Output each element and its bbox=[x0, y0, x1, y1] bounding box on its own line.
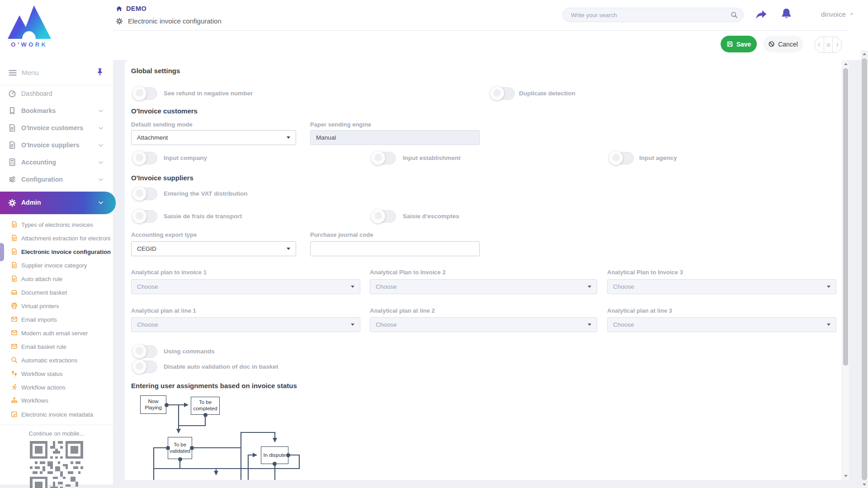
admin-item-types[interactable]: Types of electronic invoices bbox=[0, 218, 113, 231]
admin-item-label: Attachment extraction for electroni bbox=[21, 235, 112, 242]
file-invoice-icon bbox=[11, 262, 18, 268]
logo[interactable]: O'WORK bbox=[5, 4, 53, 48]
field-label: Analytical Plan to Invoice 3 bbox=[607, 269, 683, 276]
cancel-button-label: Cancel bbox=[778, 41, 798, 48]
sidebar-item-configuration[interactable]: Configuration bbox=[0, 171, 113, 188]
sidebar-item-label: O'Invoice customers bbox=[21, 124, 83, 131]
admin-item-workflow-status[interactable]: Workflow status bbox=[0, 367, 113, 380]
notifications-bell-icon[interactable] bbox=[780, 8, 793, 20]
scroll-up-icon[interactable] bbox=[844, 63, 848, 65]
search-input[interactable] bbox=[563, 8, 743, 22]
admin-item-modern-auth-email-server[interactable]: Modern auth email server bbox=[0, 326, 113, 340]
save-button-label: Save bbox=[736, 41, 751, 48]
workflow-connectors bbox=[131, 394, 728, 480]
sidebar-item-label: Configuration bbox=[21, 176, 63, 183]
toggle-vat-distribution[interactable] bbox=[133, 188, 157, 200]
paper-sending-engine-input[interactable] bbox=[310, 130, 480, 145]
default-sending-mode-select[interactable]: Attachment bbox=[131, 130, 296, 145]
analytical-plan-line-3-select[interactable]: Choose bbox=[607, 317, 836, 332]
file-invoice-icon bbox=[8, 124, 16, 132]
field-label: Analytical plan at line 2 bbox=[370, 307, 435, 314]
toggle-input-company[interactable] bbox=[133, 152, 157, 164]
toggle-label: Input company bbox=[164, 152, 207, 164]
share-icon[interactable] bbox=[755, 9, 767, 21]
hamburger-icon[interactable] bbox=[8, 68, 17, 77]
toggle-input-agency[interactable] bbox=[609, 152, 634, 164]
menu-header: Menu bbox=[0, 62, 113, 84]
sidebar-item-admin[interactable]: Admin bbox=[0, 192, 116, 214]
pager-list-icon[interactable] bbox=[824, 37, 833, 52]
toggle-escompte[interactable] bbox=[372, 210, 396, 223]
toggle-disable-autovalidation[interactable] bbox=[133, 361, 157, 373]
sidebar-item-dashboard[interactable]: Dashboard bbox=[0, 85, 113, 103]
toggle-label: Saisie d'escomptes bbox=[403, 210, 459, 223]
admin-item-electronic-invoice-configuration[interactable]: Electronic invoice configuration bbox=[0, 245, 113, 258]
sidebar-item-bookmarks[interactable]: Bookmarks bbox=[0, 103, 113, 120]
toggle-using-commands[interactable] bbox=[133, 345, 157, 358]
admin-item-email-basket-rule[interactable]: Email basket rule bbox=[0, 340, 113, 353]
admin-item-electronic-invoice-metadata[interactable]: Electronic invoice metadata bbox=[0, 408, 113, 421]
toggle-input-establishment[interactable] bbox=[372, 152, 396, 164]
scroll-down-icon[interactable] bbox=[844, 475, 848, 477]
brand-wordmark: O'WORK bbox=[5, 41, 53, 48]
analytical-plan-invoice-3-select[interactable]: Choose bbox=[607, 279, 836, 294]
user-menu[interactable]: dinvoice bbox=[809, 9, 854, 19]
gear-icon bbox=[8, 199, 16, 207]
admin-item-document-basket[interactable]: Document basket bbox=[0, 286, 113, 299]
sidebar-item-oinvoice-customers[interactable]: O'Invoice customers bbox=[0, 120, 113, 137]
sidebar-item-oinvoice-suppliers[interactable]: O'Invoice suppliers bbox=[0, 137, 113, 154]
qr-code bbox=[30, 441, 83, 488]
gear-icon bbox=[116, 18, 123, 25]
caret-down-icon bbox=[849, 11, 854, 17]
admin-item-automatic-extractions[interactable]: Automatic extractions bbox=[0, 353, 113, 367]
admin-item-virtual-printers[interactable]: Virtual printers bbox=[0, 299, 113, 313]
pager-prev-icon[interactable] bbox=[815, 37, 824, 52]
admin-item-supplier-invoice-category[interactable]: Supplier invoice category bbox=[0, 258, 113, 272]
page-title: Electronic invoice configuration bbox=[128, 17, 222, 25]
search-icon[interactable] bbox=[731, 11, 738, 19]
content-scrollbar[interactable] bbox=[842, 60, 849, 480]
chevron-down-icon bbox=[98, 160, 104, 166]
admin-item-workflows[interactable]: Workflows bbox=[0, 394, 113, 407]
envelope-icon bbox=[11, 329, 18, 336]
sidebar-item-label: Dashboard bbox=[21, 90, 52, 97]
inbox-icon bbox=[11, 289, 18, 296]
purchase-journal-code-input[interactable] bbox=[310, 241, 480, 256]
toggle-transport-fees[interactable] bbox=[133, 210, 157, 223]
printer-icon bbox=[11, 302, 18, 309]
admin-item-auto-attach-rule[interactable]: Auto attach rule bbox=[0, 272, 113, 286]
sliders-icon bbox=[8, 175, 16, 183]
admin-item-workflow-actions[interactable]: Workflow actions bbox=[0, 380, 113, 394]
analytical-plan-line-2-select[interactable]: Choose bbox=[370, 317, 597, 332]
home-icon bbox=[116, 5, 123, 12]
pager-next-icon[interactable] bbox=[833, 37, 841, 52]
section-title-workflow: Entering user assignments based on invoi… bbox=[131, 382, 297, 389]
chevron-down-icon bbox=[98, 125, 104, 131]
breadcrumb[interactable]: DEMO bbox=[116, 5, 146, 12]
scrollbar-thumb[interactable] bbox=[843, 68, 848, 366]
workflow-box-to-be-completed: To be completed bbox=[191, 397, 220, 415]
analytical-plan-invoice-2-select[interactable]: Choose bbox=[370, 279, 597, 294]
cancel-button[interactable]: Cancel bbox=[763, 36, 803, 52]
toggle-duplicate-detection[interactable] bbox=[491, 87, 515, 100]
scroll-up-icon[interactable] bbox=[863, 53, 866, 55]
field-label: Analytical Plan to Invoice 2 bbox=[370, 269, 446, 276]
gauge-icon bbox=[8, 89, 16, 98]
admin-item-label: Auto attach rule bbox=[21, 276, 112, 282]
admin-item-email-imports[interactable]: Email imports bbox=[0, 313, 113, 326]
scrollbar-thumb[interactable] bbox=[862, 58, 867, 480]
analytical-plan-invoice-1-select[interactable]: Choose bbox=[131, 279, 360, 294]
analytical-plan-line-1-select[interactable]: Choose bbox=[131, 317, 360, 332]
pin-icon[interactable] bbox=[96, 68, 104, 76]
sidebar-item-accounting[interactable]: Accounting bbox=[0, 154, 113, 171]
toggle-see-refund[interactable] bbox=[133, 87, 157, 100]
magnifier-icon bbox=[11, 357, 18, 363]
page-scrollbar[interactable] bbox=[861, 51, 868, 488]
section-title-suppliers: O'Invoice suppliers bbox=[131, 174, 193, 182]
save-button[interactable]: Save bbox=[721, 36, 757, 52]
admin-item-attachment-extraction[interactable]: Attachment extraction for electroni bbox=[0, 231, 113, 245]
ban-icon bbox=[768, 41, 775, 47]
content-card: Global settings See refund in negative n… bbox=[125, 60, 849, 480]
scroll-down-icon[interactable] bbox=[863, 483, 866, 486]
accounting-export-type-select[interactable]: CEGID bbox=[131, 241, 296, 256]
